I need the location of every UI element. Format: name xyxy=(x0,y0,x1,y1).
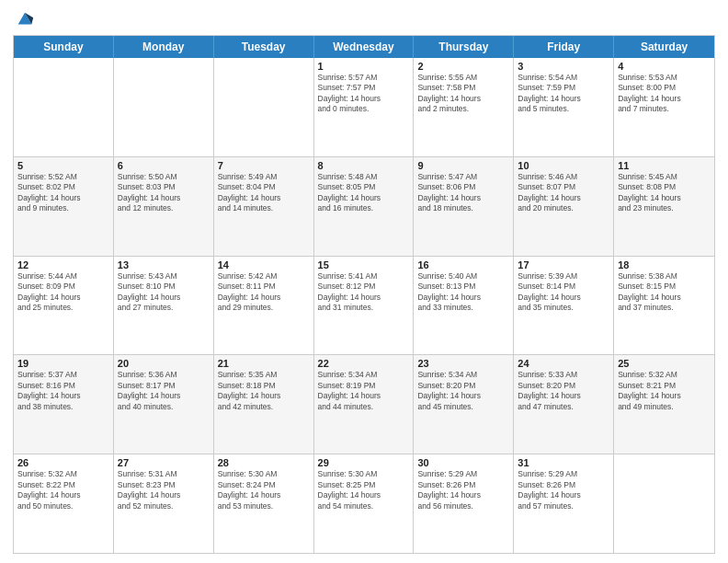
cal-row-1: 5Sunrise: 5:52 AM Sunset: 8:02 PM Daylig… xyxy=(14,156,714,256)
cal-cell: 18Sunrise: 5:38 AM Sunset: 8:15 PM Dayli… xyxy=(614,257,714,355)
day-number: 17 xyxy=(518,259,609,270)
cal-header-tuesday: Tuesday xyxy=(214,36,314,58)
cal-cell xyxy=(614,454,714,553)
cal-cell: 29Sunrise: 5:30 AM Sunset: 8:25 PM Dayli… xyxy=(314,454,415,553)
day-number: 20 xyxy=(118,358,210,369)
cell-text: Sunrise: 5:30 AM Sunset: 8:25 PM Dayligh… xyxy=(318,469,410,511)
day-number: 3 xyxy=(518,61,609,72)
cal-cell: 26Sunrise: 5:32 AM Sunset: 8:22 PM Dayli… xyxy=(14,454,114,553)
calendar-body: 1Sunrise: 5:57 AM Sunset: 7:57 PM Daylig… xyxy=(14,58,714,553)
cal-cell: 10Sunrise: 5:46 AM Sunset: 8:07 PM Dayli… xyxy=(514,157,614,256)
day-number: 2 xyxy=(417,61,509,72)
cell-text: Sunrise: 5:49 AM Sunset: 8:04 PM Dayligh… xyxy=(218,172,310,214)
cal-header-friday: Friday xyxy=(514,36,614,58)
cell-text: Sunrise: 5:34 AM Sunset: 8:20 PM Dayligh… xyxy=(417,370,509,412)
cal-cell xyxy=(214,58,314,156)
cal-row-3: 19Sunrise: 5:37 AM Sunset: 8:16 PM Dayli… xyxy=(14,354,714,454)
day-number: 9 xyxy=(417,160,509,171)
day-number: 22 xyxy=(318,358,410,369)
day-number: 1 xyxy=(318,61,410,72)
day-number: 28 xyxy=(218,457,310,468)
cal-cell: 11Sunrise: 5:45 AM Sunset: 8:08 PM Dayli… xyxy=(614,157,714,256)
cell-text: Sunrise: 5:32 AM Sunset: 8:22 PM Dayligh… xyxy=(17,469,109,511)
day-number: 12 xyxy=(17,259,109,270)
cal-cell: 23Sunrise: 5:34 AM Sunset: 8:20 PM Dayli… xyxy=(414,355,514,454)
day-number: 26 xyxy=(17,457,109,468)
cal-header-monday: Monday xyxy=(114,36,214,58)
cell-text: Sunrise: 5:55 AM Sunset: 7:58 PM Dayligh… xyxy=(417,73,509,115)
cal-row-2: 12Sunrise: 5:44 AM Sunset: 8:09 PM Dayli… xyxy=(14,256,714,355)
cell-text: Sunrise: 5:50 AM Sunset: 8:03 PM Dayligh… xyxy=(118,172,210,214)
cal-cell: 4Sunrise: 5:53 AM Sunset: 8:00 PM Daylig… xyxy=(614,58,714,156)
day-number: 5 xyxy=(17,160,109,171)
cal-header-wednesday: Wednesday xyxy=(314,36,415,58)
cal-cell: 15Sunrise: 5:41 AM Sunset: 8:12 PM Dayli… xyxy=(314,257,415,355)
day-number: 7 xyxy=(218,160,310,171)
cal-cell: 16Sunrise: 5:40 AM Sunset: 8:13 PM Dayli… xyxy=(414,257,514,355)
cell-text: Sunrise: 5:31 AM Sunset: 8:23 PM Dayligh… xyxy=(118,469,210,511)
day-number: 11 xyxy=(618,160,711,171)
day-number: 31 xyxy=(518,457,609,468)
cell-text: Sunrise: 5:43 AM Sunset: 8:10 PM Dayligh… xyxy=(118,271,210,314)
cal-cell: 8Sunrise: 5:48 AM Sunset: 8:05 PM Daylig… xyxy=(314,157,415,256)
logo xyxy=(13,9,35,29)
calendar: SundayMondayTuesdayWednesdayThursdayFrid… xyxy=(13,35,715,554)
cal-cell: 1Sunrise: 5:57 AM Sunset: 7:57 PM Daylig… xyxy=(314,58,415,156)
cell-text: Sunrise: 5:40 AM Sunset: 8:13 PM Dayligh… xyxy=(417,271,509,314)
cal-cell: 7Sunrise: 5:49 AM Sunset: 8:04 PM Daylig… xyxy=(214,157,314,256)
day-number: 10 xyxy=(518,160,609,171)
cell-text: Sunrise: 5:41 AM Sunset: 8:12 PM Dayligh… xyxy=(318,271,410,314)
cal-cell: 30Sunrise: 5:29 AM Sunset: 8:26 PM Dayli… xyxy=(414,454,514,553)
cal-cell: 6Sunrise: 5:50 AM Sunset: 8:03 PM Daylig… xyxy=(114,157,214,256)
day-number: 29 xyxy=(318,457,410,468)
cal-cell: 17Sunrise: 5:39 AM Sunset: 8:14 PM Dayli… xyxy=(514,257,614,355)
cell-text: Sunrise: 5:33 AM Sunset: 8:20 PM Dayligh… xyxy=(518,370,609,412)
cell-text: Sunrise: 5:39 AM Sunset: 8:14 PM Dayligh… xyxy=(518,271,609,314)
cal-cell: 12Sunrise: 5:44 AM Sunset: 8:09 PM Dayli… xyxy=(14,257,114,355)
cal-cell: 5Sunrise: 5:52 AM Sunset: 8:02 PM Daylig… xyxy=(14,157,114,256)
cal-cell: 27Sunrise: 5:31 AM Sunset: 8:23 PM Dayli… xyxy=(114,454,214,553)
cal-row-4: 26Sunrise: 5:32 AM Sunset: 8:22 PM Dayli… xyxy=(14,454,714,553)
cal-cell: 31Sunrise: 5:29 AM Sunset: 8:26 PM Dayli… xyxy=(514,454,614,553)
calendar-header-row: SundayMondayTuesdayWednesdayThursdayFrid… xyxy=(14,36,714,58)
day-number: 18 xyxy=(618,259,711,270)
cal-header-thursday: Thursday xyxy=(414,36,514,58)
day-number: 23 xyxy=(417,358,509,369)
header xyxy=(13,9,715,29)
cell-text: Sunrise: 5:37 AM Sunset: 8:16 PM Dayligh… xyxy=(17,370,109,412)
cal-cell: 22Sunrise: 5:34 AM Sunset: 8:19 PM Dayli… xyxy=(314,355,415,454)
cal-cell: 25Sunrise: 5:32 AM Sunset: 8:21 PM Dayli… xyxy=(614,355,714,454)
day-number: 16 xyxy=(417,259,509,270)
day-number: 19 xyxy=(17,358,109,369)
cal-cell xyxy=(14,58,114,156)
cell-text: Sunrise: 5:35 AM Sunset: 8:18 PM Dayligh… xyxy=(218,370,310,412)
cal-header-saturday: Saturday xyxy=(614,36,714,58)
cal-cell: 19Sunrise: 5:37 AM Sunset: 8:16 PM Dayli… xyxy=(14,355,114,454)
day-number: 21 xyxy=(218,358,310,369)
cell-text: Sunrise: 5:45 AM Sunset: 8:08 PM Dayligh… xyxy=(618,172,711,214)
cell-text: Sunrise: 5:36 AM Sunset: 8:17 PM Dayligh… xyxy=(118,370,210,412)
cell-text: Sunrise: 5:57 AM Sunset: 7:57 PM Dayligh… xyxy=(318,73,410,115)
cell-text: Sunrise: 5:47 AM Sunset: 8:06 PM Dayligh… xyxy=(417,172,509,214)
day-number: 14 xyxy=(218,259,310,270)
cal-cell: 14Sunrise: 5:42 AM Sunset: 8:11 PM Dayli… xyxy=(214,257,314,355)
day-number: 6 xyxy=(118,160,210,171)
cell-text: Sunrise: 5:29 AM Sunset: 8:26 PM Dayligh… xyxy=(518,469,609,511)
day-number: 25 xyxy=(618,358,711,369)
cell-text: Sunrise: 5:44 AM Sunset: 8:09 PM Dayligh… xyxy=(17,271,109,314)
cell-text: Sunrise: 5:54 AM Sunset: 7:59 PM Dayligh… xyxy=(518,73,609,115)
cell-text: Sunrise: 5:53 AM Sunset: 8:00 PM Dayligh… xyxy=(618,73,711,115)
cal-cell: 13Sunrise: 5:43 AM Sunset: 8:10 PM Dayli… xyxy=(114,257,214,355)
cell-text: Sunrise: 5:32 AM Sunset: 8:21 PM Dayligh… xyxy=(618,370,711,412)
cell-text: Sunrise: 5:38 AM Sunset: 8:15 PM Dayligh… xyxy=(618,271,711,314)
cell-text: Sunrise: 5:52 AM Sunset: 8:02 PM Dayligh… xyxy=(17,172,109,214)
day-number: 13 xyxy=(118,259,210,270)
cal-cell: 28Sunrise: 5:30 AM Sunset: 8:24 PM Dayli… xyxy=(214,454,314,553)
cal-cell: 24Sunrise: 5:33 AM Sunset: 8:20 PM Dayli… xyxy=(514,355,614,454)
logo-icon xyxy=(15,9,35,29)
cell-text: Sunrise: 5:42 AM Sunset: 8:11 PM Dayligh… xyxy=(218,271,310,314)
page: SundayMondayTuesdayWednesdayThursdayFrid… xyxy=(0,0,728,563)
day-number: 27 xyxy=(118,457,210,468)
cell-text: Sunrise: 5:29 AM Sunset: 8:26 PM Dayligh… xyxy=(417,469,509,511)
day-number: 15 xyxy=(318,259,410,270)
